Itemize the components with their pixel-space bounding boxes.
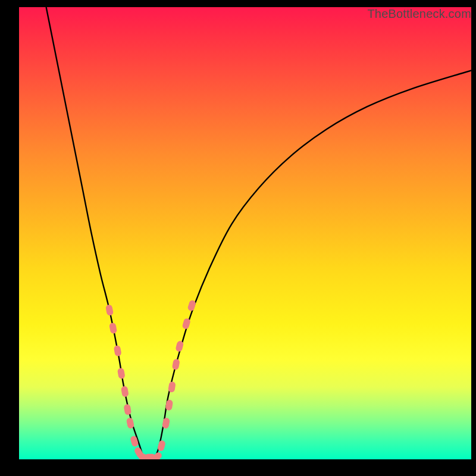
bottom-margin bbox=[0, 459, 476, 476]
data-point bbox=[165, 399, 173, 411]
data-point bbox=[168, 381, 176, 393]
data-point bbox=[151, 451, 164, 459]
data-point bbox=[172, 359, 180, 371]
data-point bbox=[133, 446, 144, 459]
data-point bbox=[126, 417, 135, 429]
data-point bbox=[114, 345, 122, 357]
left-margin bbox=[0, 0, 18, 476]
data-point bbox=[181, 318, 191, 330]
curve-group bbox=[46, 7, 471, 459]
data-point-markers bbox=[105, 299, 196, 459]
data-point bbox=[123, 404, 131, 416]
right-branch-curve bbox=[155, 70, 471, 459]
data-point bbox=[157, 440, 166, 452]
left-branch-curve bbox=[46, 7, 143, 459]
data-point bbox=[130, 435, 139, 447]
data-point bbox=[117, 368, 126, 380]
data-point bbox=[109, 322, 117, 334]
watermark-text: TheBottleneck.com bbox=[367, 7, 471, 21]
data-point bbox=[105, 304, 114, 316]
data-point bbox=[187, 299, 196, 311]
data-point bbox=[175, 340, 184, 352]
top-margin bbox=[0, 0, 476, 6]
data-point bbox=[137, 452, 150, 459]
data-point bbox=[162, 417, 170, 429]
chart-plot-area bbox=[18, 6, 472, 461]
chart-svg bbox=[19, 7, 471, 459]
data-point bbox=[145, 454, 155, 459]
data-point bbox=[121, 386, 129, 397]
